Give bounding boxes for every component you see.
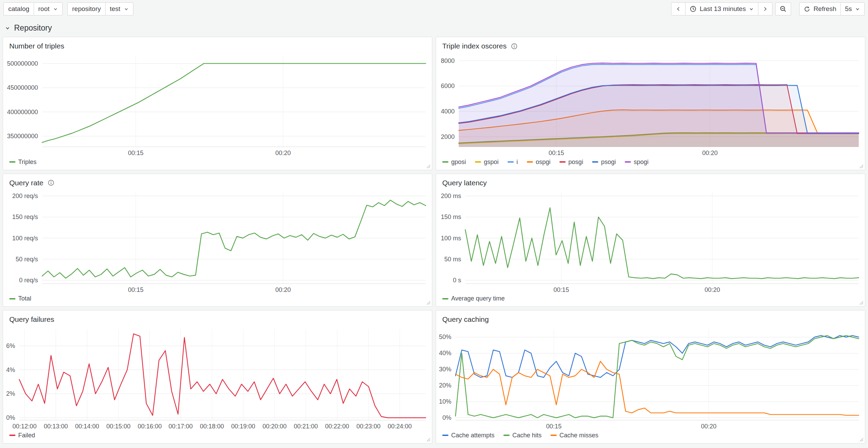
panel-resize-handle[interactable]: [858, 300, 864, 305]
dashboard-grid: Number of triples 00:1500:20350000000400…: [0, 37, 868, 446]
legend-series-swatch: [592, 161, 598, 163]
panel-resize-handle[interactable]: [425, 163, 431, 169]
legend-series-swatch: [9, 435, 15, 436]
chart-plot-svg: 00:1500:202000400060008000: [436, 51, 865, 158]
chevron-down-icon: [5, 25, 10, 31]
var-catalog-value: root: [38, 5, 49, 13]
var-repository-select[interactable]: test: [105, 2, 133, 15]
chart-query-latency[interactable]: 00:1500:200 s50 ms100 ms150 ms200 ms: [436, 188, 865, 295]
svg-text:4%: 4%: [6, 367, 15, 373]
panel-number-of-triples: Number of triples 00:1500:20350000000400…: [3, 37, 432, 170]
panel-header[interactable]: Query rate: [3, 174, 432, 188]
legend-series-swatch: [559, 161, 566, 163]
panel-resize-handle[interactable]: [858, 437, 864, 442]
legend-series-label: posgi: [568, 159, 583, 166]
legend-item-cache-attempts[interactable]: Cache attempts: [442, 432, 494, 439]
svg-text:00:23:00: 00:23:00: [356, 423, 380, 430]
legend-item-i[interactable]: i: [508, 159, 518, 166]
chart-number-of-triples[interactable]: 00:1500:20350000000400000000450000000500…: [3, 51, 432, 158]
chart-legend: Total: [3, 294, 432, 306]
zoom-out-button[interactable]: [775, 2, 791, 15]
legend-item-spogi[interactable]: spogi: [625, 159, 648, 166]
legend-series-swatch: [442, 298, 448, 299]
section-title: Repository: [14, 23, 52, 33]
legend-item-average-query-time[interactable]: Average query time: [442, 295, 505, 302]
svg-text:00:22:00: 00:22:00: [325, 423, 349, 430]
refresh-interval-select[interactable]: 5s: [841, 2, 865, 15]
chart-plot-svg: 00:1500:200 req/s50 req/s100 req/s150 re…: [3, 188, 432, 295]
svg-text:0 s: 0 s: [453, 277, 461, 284]
chevron-down-icon: [749, 7, 754, 12]
legend-item-failed[interactable]: Failed: [9, 432, 35, 439]
chart-triple-index-oscores[interactable]: 00:1500:202000400060008000: [436, 51, 865, 158]
legend-series-label: gposi: [451, 159, 466, 166]
svg-text:00:12:00: 00:12:00: [12, 423, 36, 430]
legend-series-label: gspoi: [484, 159, 499, 166]
svg-text:00:15: 00:15: [554, 286, 569, 293]
panel-header[interactable]: Query failures: [3, 310, 432, 324]
template-variables: catalog root repository test: [3, 2, 138, 15]
refresh-button[interactable]: Refresh: [799, 2, 841, 15]
svg-text:6%: 6%: [6, 342, 15, 349]
panel-resize-handle[interactable]: [858, 163, 864, 169]
svg-text:500000000: 500000000: [7, 60, 38, 67]
panel-title: Query latency: [442, 179, 487, 187]
svg-text:30%: 30%: [439, 366, 451, 373]
var-catalog: catalog root: [3, 2, 63, 15]
panel-query-caching: Query caching 00:1500:200%10%20%30%40%50…: [436, 310, 865, 444]
legend-series-swatch: [475, 161, 481, 163]
legend-series-label: psogi: [601, 159, 616, 166]
chart-plot-svg: 00:1500:200 s50 ms100 ms150 ms200 ms: [436, 188, 865, 295]
svg-text:00:24:00: 00:24:00: [388, 423, 412, 430]
legend-item-posgi[interactable]: posgi: [559, 159, 583, 166]
chart-legend: Triples: [3, 158, 432, 170]
panel-resize-handle[interactable]: [425, 300, 431, 305]
row-header-repository[interactable]: Repository: [0, 18, 868, 37]
legend-series-swatch: [442, 161, 448, 163]
chart-query-rate[interactable]: 00:1500:200 req/s50 req/s100 req/s150 re…: [3, 188, 432, 295]
svg-text:450000000: 450000000: [7, 84, 38, 91]
panel-title: Number of triples: [9, 42, 64, 50]
info-icon[interactable]: [48, 179, 54, 186]
panel-header[interactable]: Number of triples: [3, 37, 432, 51]
panel-header[interactable]: Query caching: [436, 310, 865, 324]
legend-series-swatch: [550, 435, 557, 436]
svg-text:50 req/s: 50 req/s: [15, 255, 38, 262]
legend-item-psogi[interactable]: psogi: [592, 159, 616, 166]
panel-resize-handle[interactable]: [425, 437, 431, 442]
legend-item-gposi[interactable]: gposi: [442, 159, 466, 166]
svg-text:00:21:00: 00:21:00: [294, 423, 318, 430]
legend-item-total[interactable]: Total: [9, 295, 31, 302]
svg-text:400000000: 400000000: [7, 109, 38, 116]
svg-text:4000: 4000: [441, 108, 455, 115]
time-range-button[interactable]: Last 13 minutes: [685, 2, 758, 15]
time-shift-back-button[interactable]: [671, 2, 686, 15]
chart-legend: Average query time: [436, 294, 865, 306]
magnifier-minus-icon: [780, 6, 787, 12]
legend-series-label: Cache hits: [512, 432, 542, 439]
legend-item-triples[interactable]: Triples: [9, 159, 36, 166]
legend-series-swatch: [503, 435, 510, 436]
legend-series-swatch: [527, 161, 533, 163]
chevron-down-icon: [53, 7, 58, 12]
svg-text:00:15:00: 00:15:00: [107, 423, 131, 430]
panel-header[interactable]: Query latency: [436, 174, 865, 188]
panel-header[interactable]: Triple index oscores: [436, 37, 865, 51]
panel-title: Query rate: [9, 179, 43, 187]
legend-item-gspoi[interactable]: gspoi: [475, 159, 499, 166]
legend-series-swatch: [9, 161, 15, 163]
legend-item-ospgi[interactable]: ospgi: [527, 159, 550, 166]
refresh-label: Refresh: [813, 5, 836, 13]
legend-item-cache-misses[interactable]: Cache misses: [550, 432, 598, 439]
chart-query-caching[interactable]: 00:1500:200%10%20%30%40%50%: [436, 324, 865, 431]
svg-text:00:20: 00:20: [275, 286, 291, 293]
legend-item-cache-hits[interactable]: Cache hits: [503, 432, 542, 439]
time-shift-forward-button[interactable]: [758, 2, 772, 15]
legend-series-label: Average query time: [451, 295, 505, 302]
svg-text:20%: 20%: [439, 382, 451, 389]
chart-query-failures[interactable]: 00:12:0000:13:0000:14:0000:15:0000:16:00…: [3, 324, 432, 431]
info-icon[interactable]: [511, 43, 518, 50]
legend-series-swatch: [442, 435, 448, 436]
chevron-right-icon: [763, 6, 768, 12]
var-catalog-select[interactable]: root: [34, 2, 63, 15]
